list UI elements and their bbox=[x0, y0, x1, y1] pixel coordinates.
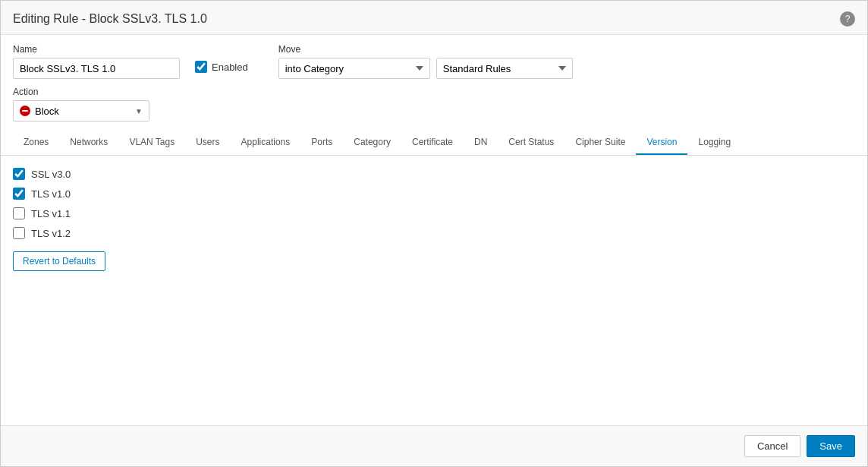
modal-title: Editing Rule - Block SSLv3. TLS 1.0 bbox=[13, 12, 207, 26]
version-item-ssl-v3: SSL v3.0 bbox=[13, 168, 855, 180]
enabled-label: Enabled bbox=[212, 62, 248, 73]
tab-content: SSL v3.0TLS v1.0TLS v1.1TLS v1.2 Revert … bbox=[13, 156, 855, 425]
tab-cipher-suite[interactable]: Cipher Suite bbox=[565, 131, 636, 155]
revert-defaults-button[interactable]: Revert to Defaults bbox=[13, 251, 105, 271]
into-category-select[interactable]: into Category bbox=[278, 58, 430, 79]
help-icon[interactable]: ? bbox=[840, 11, 855, 27]
version-item-tls-v10: TLS v1.0 bbox=[13, 188, 855, 200]
version-item-tls-v11: TLS v1.1 bbox=[13, 207, 855, 219]
modal-header: Editing Rule - Block SSLv3. TLS 1.0 ? bbox=[1, 1, 867, 35]
version-label-tls-v10: TLS v1.0 bbox=[31, 188, 71, 200]
move-label: Move bbox=[278, 44, 573, 55]
name-label: Name bbox=[13, 44, 180, 55]
tab-dn[interactable]: DN bbox=[464, 131, 498, 155]
tab-ports[interactable]: Ports bbox=[300, 131, 343, 155]
enabled-checkbox[interactable] bbox=[195, 61, 207, 73]
name-group: Name bbox=[13, 44, 180, 79]
tab-version[interactable]: Version bbox=[636, 131, 687, 155]
tab-cert-status[interactable]: Cert Status bbox=[498, 131, 565, 155]
action-chevron-icon: ▼ bbox=[135, 107, 143, 115]
name-input[interactable] bbox=[13, 58, 180, 79]
version-label-tls-v11: TLS v1.1 bbox=[31, 208, 71, 219]
tab-vlan-tags[interactable]: VLAN Tags bbox=[118, 131, 185, 155]
modal-body: Name Enabled Move into Category Standard… bbox=[1, 35, 867, 425]
action-value: Block bbox=[35, 106, 59, 117]
version-list: SSL v3.0TLS v1.0TLS v1.1TLS v1.2 bbox=[13, 168, 855, 239]
tab-zones[interactable]: Zones bbox=[13, 131, 59, 155]
tab-logging[interactable]: Logging bbox=[687, 131, 741, 155]
action-label: Action bbox=[13, 87, 855, 97]
version-checkbox-tls-v11[interactable] bbox=[13, 207, 25, 219]
tabs-container: ZonesNetworksVLAN TagsUsersApplicationsP… bbox=[1, 131, 867, 156]
modal-footer: Cancel Save bbox=[1, 425, 867, 466]
tab-applications[interactable]: Applications bbox=[231, 131, 301, 155]
version-item-tls-v12: TLS v1.2 bbox=[13, 227, 855, 239]
tab-users[interactable]: Users bbox=[185, 131, 230, 155]
save-button[interactable]: Save bbox=[807, 435, 855, 457]
enabled-group: Enabled bbox=[195, 50, 248, 73]
action-select[interactable]: Block ▼ bbox=[13, 100, 149, 121]
top-form-row: Name Enabled Move into Category Standard… bbox=[13, 44, 855, 79]
tab-networks[interactable]: Networks bbox=[59, 131, 118, 155]
version-checkbox-ssl-v3[interactable] bbox=[13, 168, 25, 180]
tab-certificate[interactable]: Certificate bbox=[401, 131, 464, 155]
block-icon bbox=[20, 106, 30, 116]
version-checkbox-tls-v10[interactable] bbox=[13, 188, 25, 200]
standard-rules-select[interactable]: Standard Rules bbox=[436, 58, 573, 79]
move-group: Move into Category Standard Rules bbox=[278, 44, 573, 79]
version-checkbox-tls-v12[interactable] bbox=[13, 227, 25, 239]
version-label-tls-v12: TLS v1.2 bbox=[31, 228, 71, 239]
tab-category[interactable]: Category bbox=[343, 131, 401, 155]
cancel-button[interactable]: Cancel bbox=[744, 435, 800, 457]
move-row: into Category Standard Rules bbox=[278, 58, 573, 79]
version-label-ssl-v3: SSL v3.0 bbox=[31, 169, 71, 180]
action-group: Action Block ▼ bbox=[13, 87, 855, 121]
modal: Editing Rule - Block SSLv3. TLS 1.0 ? Na… bbox=[0, 0, 868, 467]
